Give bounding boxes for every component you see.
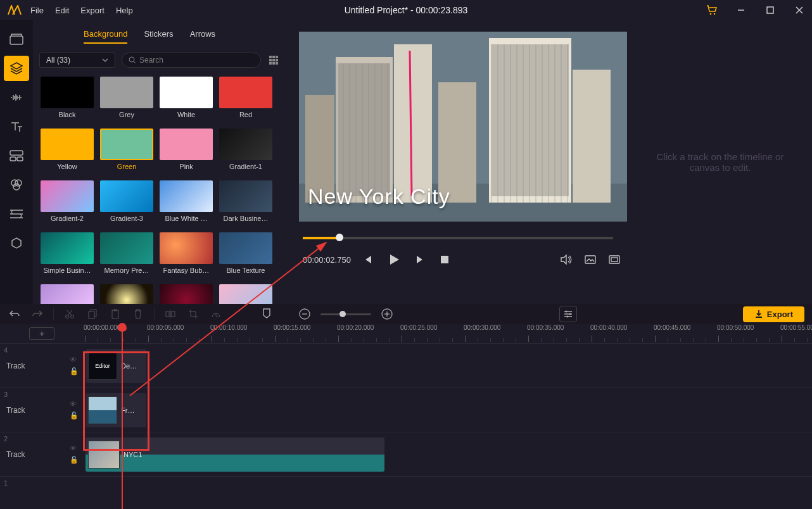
swatch-Green[interactable]: Green xyxy=(99,129,155,174)
lock-toggle-icon[interactable]: 🔓 xyxy=(70,367,79,375)
swatch-18[interactable] xyxy=(158,284,214,304)
menu-export[interactable]: Export xyxy=(80,6,105,15)
stop-button[interactable] xyxy=(437,252,452,267)
lock-toggle-icon[interactable]: 🔓 xyxy=(70,412,79,420)
swatch-Grey[interactable]: Grey xyxy=(99,77,155,122)
filters-tab-icon[interactable] xyxy=(4,172,29,198)
swatch-grid: BlackGreyWhiteRedYellowGreenPinkGradient… xyxy=(39,73,280,304)
media-tab-icon[interactable] xyxy=(4,27,29,52)
timeline-ruler[interactable]: 00:00:00.00000:00:05.00000:00:10.00000:0… xyxy=(84,324,812,343)
scrub-knob[interactable] xyxy=(336,234,343,241)
playhead[interactable] xyxy=(122,324,123,509)
visibility-toggle-icon[interactable]: 👁 xyxy=(70,444,79,452)
svg-point-51 xyxy=(567,316,569,318)
track-name[interactable]: Track xyxy=(6,406,25,415)
play-button[interactable] xyxy=(384,249,404,270)
grid-view-icon[interactable] xyxy=(267,54,280,66)
swatch-19[interactable] xyxy=(218,284,274,304)
marker-button[interactable] xyxy=(260,307,274,321)
swatch-Gradient-1[interactable]: Gradient-1 xyxy=(218,129,274,174)
swatch-label: Red xyxy=(239,111,252,118)
menu-file[interactable]: File xyxy=(30,6,44,15)
snapshot-icon[interactable] xyxy=(583,252,598,267)
filter-dropdown[interactable]: All (33) xyxy=(39,53,115,68)
swatch-Blue White …[interactable]: Blue White … xyxy=(158,180,214,226)
minimize-button[interactable] xyxy=(733,3,749,18)
export-button[interactable]: Export xyxy=(743,306,804,322)
crop-button[interactable] xyxy=(186,307,200,321)
timeline-clip-frame[interactable]: Fr… xyxy=(86,393,146,427)
zoom-slider[interactable] xyxy=(320,313,371,315)
svg-point-10 xyxy=(13,184,20,190)
svg-rect-18 xyxy=(276,59,278,61)
menu-help[interactable]: Help xyxy=(116,6,133,15)
templates-tab-icon[interactable] xyxy=(4,143,29,168)
swatch-Pink[interactable]: Pink xyxy=(158,129,214,174)
visibility-toggle-icon[interactable]: 👁 xyxy=(70,400,79,408)
cut-button[interactable] xyxy=(63,307,77,321)
swatch-Simple Busin…[interactable]: Simple Busin… xyxy=(39,232,95,278)
visibility-toggle-icon[interactable]: 👁 xyxy=(70,356,79,363)
track-name[interactable]: Track xyxy=(6,361,25,370)
fullscreen-icon[interactable] xyxy=(607,252,622,267)
zoom-out-button[interactable] xyxy=(298,307,312,321)
svg-rect-17 xyxy=(272,59,275,61)
swatch-box xyxy=(160,284,213,304)
swatch-Blue Texture[interactable]: Blue Texture xyxy=(218,232,274,278)
undo-button[interactable] xyxy=(8,307,22,321)
zoom-in-button[interactable] xyxy=(380,307,394,321)
menu-edit[interactable]: Edit xyxy=(55,6,69,15)
search-input[interactable] xyxy=(139,56,254,65)
lock-toggle-icon[interactable]: 🔓 xyxy=(70,456,79,464)
tab-background[interactable]: Background xyxy=(84,29,127,44)
delete-button[interactable] xyxy=(131,307,145,321)
timeline: + 00:00:00.00000:00:05.00000:00:10.00000… xyxy=(0,324,812,485)
speed-button[interactable] xyxy=(209,307,223,321)
titlebar: File Edit Export Help Untitled Project* … xyxy=(0,0,812,20)
text-tab-icon[interactable] xyxy=(4,114,29,139)
next-frame-button[interactable] xyxy=(413,252,428,267)
swatch-Fantasy Bub…[interactable]: Fantasy Bub… xyxy=(158,232,214,278)
swatch-Memory Pre…[interactable]: Memory Pre… xyxy=(99,232,155,278)
search-box[interactable] xyxy=(122,53,261,68)
window-title: Untitled Project* - 00:00:23.893 xyxy=(345,5,468,15)
zoom-knob[interactable] xyxy=(339,311,346,317)
timeline-clip-editor[interactable]: Editor De… xyxy=(86,349,146,383)
close-button[interactable] xyxy=(792,3,807,18)
copy-button[interactable] xyxy=(86,307,99,321)
svg-point-36 xyxy=(66,315,69,318)
cart-icon[interactable] xyxy=(704,3,720,18)
swatch-17[interactable] xyxy=(99,284,155,304)
swatch-Yellow[interactable]: Yellow xyxy=(39,129,95,174)
layers-tab-icon[interactable] xyxy=(4,56,29,81)
transitions-tab-icon[interactable] xyxy=(4,201,29,227)
maximize-button[interactable] xyxy=(763,3,778,18)
split-button[interactable] xyxy=(163,307,177,321)
paste-button[interactable] xyxy=(108,307,122,321)
swatch-Red[interactable]: Red xyxy=(218,77,274,122)
tab-stickers[interactable]: Stickers xyxy=(144,29,173,44)
swatch-Dark Busine…[interactable]: Dark Busine… xyxy=(218,180,274,226)
swatch-Black[interactable]: Black xyxy=(39,77,95,122)
timeline-settings-button[interactable] xyxy=(559,306,577,322)
volume-icon[interactable] xyxy=(559,252,574,267)
ruler-label: 00:00:20.000 xyxy=(337,324,374,331)
prev-frame-button[interactable] xyxy=(360,252,375,267)
timeline-clip-nyc1[interactable]: NYC1 xyxy=(86,437,384,472)
swatch-Gradient-3[interactable]: Gradient-3 xyxy=(99,180,155,226)
svg-rect-14 xyxy=(272,56,275,58)
svg-rect-27 xyxy=(573,70,611,203)
audio-tab-icon[interactable] xyxy=(4,85,29,110)
redo-button[interactable] xyxy=(30,307,44,321)
playhead-head[interactable] xyxy=(118,323,127,332)
add-track-button[interactable]: + xyxy=(29,327,54,340)
swatch-box xyxy=(219,77,272,108)
swatch-Gradient-2[interactable]: Gradient-2 xyxy=(39,180,95,226)
preview-canvas[interactable]: New York City xyxy=(299,32,627,222)
swatch-16[interactable] xyxy=(39,284,95,304)
track-name[interactable]: Track xyxy=(6,450,25,459)
swatch-White[interactable]: White xyxy=(158,77,214,122)
elements-tab-icon[interactable] xyxy=(4,230,29,256)
preview-scrubber[interactable] xyxy=(303,237,613,239)
tab-arrows[interactable]: Arrows xyxy=(190,29,215,44)
